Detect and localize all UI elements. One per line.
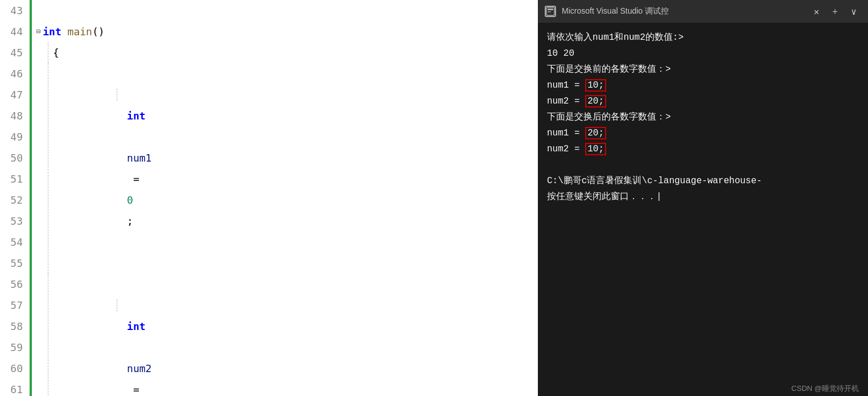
- close-button[interactable]: ✕: [809, 5, 824, 18]
- terminal-line-4: num1 = 10;: [547, 77, 859, 93]
- dropdown-button[interactable]: ∨: [846, 5, 861, 18]
- terminal-line-5: num2 = 20;: [547, 93, 859, 109]
- terminal-num2-after-label: num2 =: [547, 144, 585, 154]
- code-line-47: int num2 = 0 ;: [32, 274, 538, 396]
- terminal-num2-after-val-highlighted: 10;: [585, 143, 606, 155]
- terminal-line-9: [547, 157, 859, 173]
- terminal-num2-val-highlighted: 20;: [585, 95, 606, 108]
- terminal-footer: CSDN @睡觉待开机: [538, 381, 868, 396]
- terminal-line-7: num1 = 20;: [547, 125, 859, 141]
- svg-rect-1: [548, 9, 553, 10]
- terminal-num1-label: num1 =: [547, 80, 585, 90]
- terminal-line-2: 10 20: [547, 46, 859, 61]
- fn-main: main: [68, 21, 92, 42]
- code-editor: 43 44 45 46 47 48 49 50 51 52 53 54 55 5…: [0, 0, 538, 396]
- terminal-titlebar: Microsoft Visual Studio 调试控 ✕ ＋ ∨: [538, 0, 868, 23]
- terminal-line-6: 下面是交换后的各数字数值：>: [547, 109, 859, 125]
- terminal-panel: Microsoft Visual Studio 调试控 ✕ ＋ ∨ 请依次输入n…: [538, 0, 868, 396]
- terminal-title-text: Microsoft Visual Studio 调试控: [562, 6, 804, 16]
- terminal-line-10: C:\鹏哥c语言暑假集训\c-language-warehouse-: [547, 173, 859, 189]
- code-content-area[interactable]: ⊟ int main () { int num1 = 0: [32, 0, 538, 396]
- code-line-44: ⊟ int main (): [32, 21, 538, 42]
- terminal-line-8: num2 = 10;: [547, 141, 859, 157]
- terminal-icon: [545, 6, 556, 17]
- terminal-num1-after-val-highlighted: 20;: [585, 127, 606, 139]
- terminal-controls: ✕ ＋ ∨: [809, 5, 861, 19]
- keyword-int: int: [43, 21, 61, 42]
- terminal-body: 请依次输入num1和num2的数值:> 10 20 下面是交换前的各数字数值：>…: [538, 23, 868, 381]
- terminal-num2-label: num2 =: [547, 96, 585, 106]
- code-line-45: {: [32, 42, 538, 63]
- terminal-num1-val-highlighted: 10;: [585, 79, 606, 92]
- terminal-line-3: 下面是交换前的各数字数值：>: [547, 61, 859, 77]
- svg-rect-2: [548, 11, 551, 13]
- add-button[interactable]: ＋: [826, 5, 844, 19]
- terminal-num1-after-label: num1 =: [547, 128, 585, 138]
- line-numbers: 43 44 45 46 47 48 49 50 51 52 53 54 55 5…: [0, 0, 30, 396]
- terminal-line-11: 按任意键关闭此窗口．．．|: [547, 189, 859, 205]
- collapse-icon[interactable]: ⊟: [36, 21, 40, 42]
- code-line-43: [32, 0, 538, 21]
- watermark-text: CSDN @睡觉待开机: [791, 383, 859, 394]
- code-line-46: int num1 = 0 ;: [32, 63, 538, 274]
- terminal-line-1: 请依次输入num1和num2的数值:>: [547, 30, 859, 46]
